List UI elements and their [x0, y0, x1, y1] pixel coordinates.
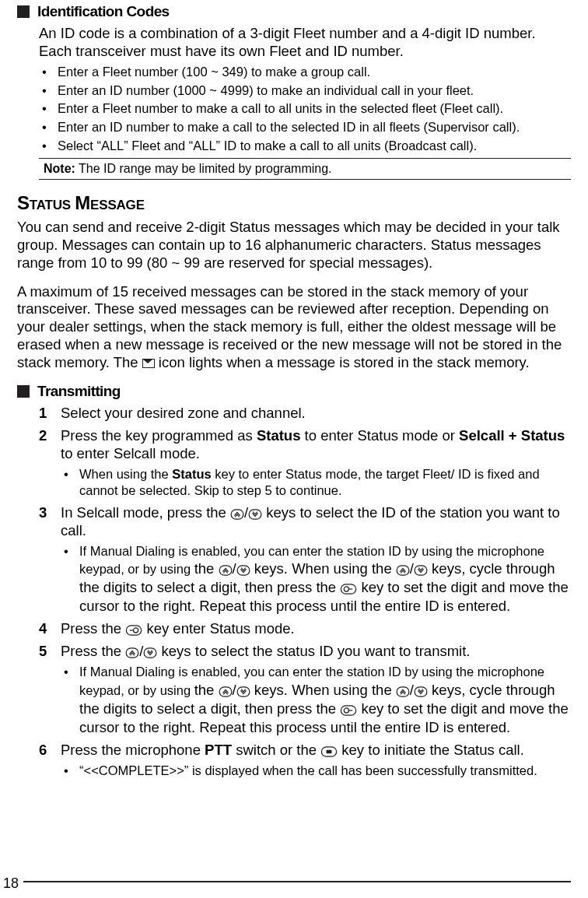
step5-sub: If Manual Dialing is enabled, you can en… — [61, 664, 571, 737]
step-1: 1 Select your desired zone and channel. — [39, 405, 571, 423]
circle-b-key-icon — [125, 625, 142, 636]
status-para1: You can send and receive 2-digit Status … — [17, 219, 571, 272]
down-key-icon — [143, 647, 157, 658]
step6-sub: “<<COMPLETE>>” is displayed when the cal… — [61, 763, 571, 779]
status-message-heading: STATUS MESSAGE — [17, 192, 571, 214]
step-2: 2 Press the key programmed as Status to … — [39, 427, 571, 500]
up-key-icon — [219, 565, 233, 576]
up-key-icon — [396, 686, 410, 697]
down-key-icon — [236, 686, 250, 697]
transmitting-steps: 1 Select your desired zone and channel. … — [39, 405, 571, 779]
up-key-icon — [219, 686, 233, 697]
step2-sub: When using the Status key to enter Statu… — [61, 466, 571, 500]
up-key-icon — [230, 509, 244, 520]
note-label: Note: — [44, 162, 75, 175]
step3-sub: If Manual Dialing is enabled, you can en… — [61, 543, 571, 616]
down-key-icon — [248, 509, 262, 520]
bullet-item: Enter an ID number to make a call to the… — [39, 119, 571, 136]
circle-a-key-icon — [340, 584, 357, 595]
step-3: 3 In Selcall mode, press the / keys to s… — [39, 504, 571, 616]
section-title: Identification Codes — [37, 3, 170, 20]
rect-key-icon — [320, 746, 338, 757]
page-number: 18 — [3, 875, 19, 892]
note-box: Note: The ID range may be limited by pro… — [39, 158, 571, 180]
section1-bullets: Enter a Fleet number (100 ~ 349) to make… — [39, 64, 571, 155]
down-key-icon — [236, 565, 250, 576]
bullet-item: Enter a Fleet number to make a call to a… — [39, 100, 571, 118]
status-para2: A maximum of 15 received messages can be… — [17, 283, 571, 373]
circle-a-key-icon — [340, 705, 357, 716]
down-key-icon — [414, 565, 428, 576]
mail-icon — [142, 359, 155, 368]
bullet-item: Select “ALL” Fleet and “ALL” ID to make … — [39, 138, 571, 155]
down-key-icon — [414, 686, 428, 697]
bullet-item: Enter an ID number (1000 ~ 4999) to make… — [39, 82, 571, 100]
up-key-icon — [125, 647, 139, 658]
section-title: Transmitting — [37, 383, 121, 400]
bullet-item: Enter a Fleet number (100 ~ 349) to make… — [39, 64, 571, 81]
step-6: 6 Press the microphone PTT switch or the… — [39, 742, 571, 779]
step-4: 4 Press the key enter Status mode. — [39, 620, 571, 638]
section-marker — [17, 385, 30, 398]
note-text: The ID range may be limited by programmi… — [79, 162, 331, 175]
section-marker — [17, 5, 30, 18]
footer-line — [23, 881, 571, 882]
step-5: 5 Press the / keys to select the status … — [39, 643, 571, 737]
section-heading-transmitting: Transmitting — [17, 383, 571, 400]
section1-intro: An ID code is a combination of a 3-digit… — [39, 25, 571, 61]
up-key-icon — [396, 565, 410, 576]
section-heading-identification: Identification Codes — [17, 3, 571, 20]
